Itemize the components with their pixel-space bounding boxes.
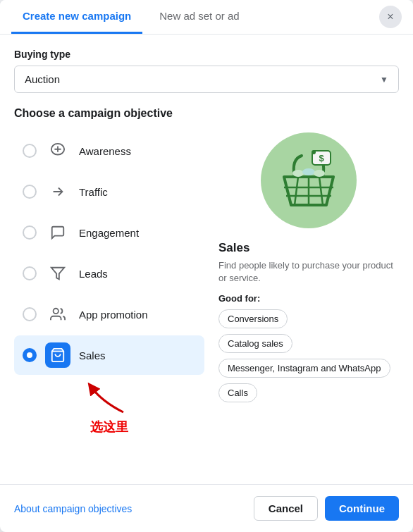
radio-traffic <box>23 185 37 199</box>
awareness-icon <box>45 138 70 163</box>
objective-engagement[interactable]: Engagement <box>14 213 204 252</box>
svg-point-14 <box>302 168 315 175</box>
footer-buttons: Cancel Continue <box>254 496 399 521</box>
right-panel-description: Find people likely to purchase your prod… <box>218 259 399 285</box>
annotation-text: 选这里 <box>90 419 128 435</box>
objective-traffic[interactable]: Traffic <box>14 172 204 211</box>
cancel-button[interactable]: Cancel <box>254 496 318 521</box>
svg-point-1 <box>54 309 58 314</box>
objective-awareness[interactable]: Awareness <box>14 131 204 171</box>
buying-type-label: Buying type <box>14 49 399 60</box>
radio-sales <box>23 348 37 362</box>
buying-type-dropdown[interactable]: Auction ▼ <box>14 66 399 93</box>
modal-header: Create new campaign New ad set or ad × <box>0 0 413 35</box>
objective-app-promotion[interactable]: App promotion <box>14 295 204 334</box>
tag-conversions: Conversions <box>218 309 288 328</box>
radio-app-promotion <box>23 307 37 321</box>
radio-inner-dot <box>27 352 32 358</box>
tag-catalog-sales: Catalog sales <box>218 334 292 353</box>
annotation-area: 选这里 <box>14 381 204 437</box>
svg-point-15 <box>314 170 325 177</box>
objective-sales[interactable]: Sales <box>14 335 204 375</box>
app-promotion-label: App promotion <box>79 309 148 321</box>
radio-awareness <box>23 144 37 158</box>
tab-new-ad-set[interactable]: New ad set or ad <box>148 0 250 34</box>
modal-footer: About campaign objectives Cancel Continu… <box>0 484 413 532</box>
svg-marker-0 <box>51 268 64 280</box>
continue-button[interactable]: Continue <box>325 496 399 521</box>
red-arrow-svg <box>81 381 137 416</box>
tab-create-campaign[interactable]: Create new campaign <box>11 0 142 34</box>
tag-messenger: Messenger, Instagram and WhatsApp <box>218 359 390 378</box>
modal-dialog: Create new campaign New ad set or ad × B… <box>0 0 413 532</box>
sales-icon <box>45 342 70 368</box>
sales-illustration: $ <box>259 131 358 230</box>
radio-leads <box>23 266 37 280</box>
traffic-label: Traffic <box>79 186 108 198</box>
annotation-arrow: 选这里 <box>81 381 137 435</box>
modal-body: Buying type Auction ▼ Choose a campaign … <box>0 35 413 476</box>
sales-label: Sales <box>79 349 106 361</box>
close-button[interactable]: × <box>379 6 402 28</box>
radio-engagement <box>23 225 37 240</box>
svg-text:$: $ <box>319 153 324 163</box>
content-area: Awareness Traffic <box>14 131 399 476</box>
buying-type-value: Auction <box>25 73 60 85</box>
right-panel: $ Sales Find people likely to purchase y… <box>204 131 399 476</box>
tags-list: Conversions Catalog sales Messenger, Ins… <box>218 309 399 407</box>
svg-point-13 <box>292 170 304 177</box>
awareness-label: Awareness <box>79 145 131 157</box>
traffic-icon <box>45 179 70 204</box>
objective-section-title: Choose a campaign objective <box>14 107 399 120</box>
about-objectives-link[interactable]: About campaign objectives <box>14 503 132 514</box>
dropdown-arrow-icon: ▼ <box>380 75 388 85</box>
app-promotion-icon <box>45 302 70 327</box>
svg-point-12 <box>312 150 316 154</box>
engagement-icon <box>45 220 70 245</box>
leads-icon <box>45 261 70 286</box>
objectives-list: Awareness Traffic <box>14 131 204 476</box>
leads-label: Leads <box>79 268 108 280</box>
engagement-label: Engagement <box>79 227 139 239</box>
basket-svg: $ <box>259 131 358 230</box>
right-panel-title: Sales <box>218 241 399 255</box>
good-for-label: Good for: <box>218 293 399 304</box>
objective-leads[interactable]: Leads <box>14 254 204 293</box>
tag-calls: Calls <box>218 383 257 402</box>
